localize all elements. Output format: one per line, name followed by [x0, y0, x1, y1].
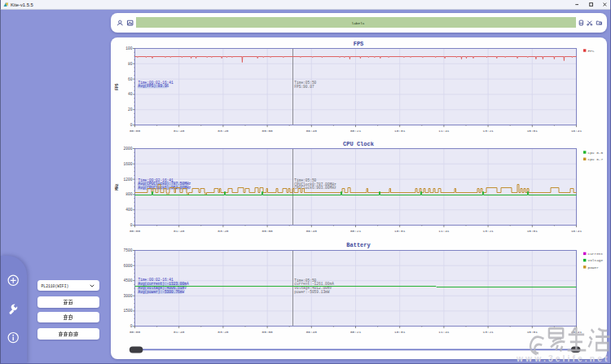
svg-text:60: 60 [128, 77, 133, 81]
svg-text:08:21: 08:21 [350, 229, 362, 233]
svg-text:power: power [588, 265, 600, 270]
svg-text:7500: 7500 [124, 248, 133, 252]
svg-text:0: 0 [130, 223, 133, 227]
svg-text:FPS: FPS [115, 83, 119, 90]
svg-text:400: 400 [125, 208, 133, 212]
svg-text:power:-5059.13mW: power:-5059.13mW [294, 290, 330, 294]
svg-text:100: 100 [125, 46, 133, 50]
svg-text:16:41: 16:41 [571, 229, 582, 233]
svg-text:FPS: FPS [354, 41, 364, 47]
svg-text:03:20: 03:20 [218, 229, 229, 233]
svg-text:current: current [588, 252, 604, 256]
svg-text:05:00: 05:00 [262, 229, 274, 233]
svg-text:Battery: Battery [346, 242, 371, 248]
svg-text:13:21: 13:21 [483, 330, 495, 334]
svg-text:13:21: 13:21 [483, 229, 495, 233]
svg-text:00:00: 00:00 [130, 229, 141, 233]
svg-text:10:01: 10:01 [394, 229, 406, 233]
svg-text:15:01: 15:01 [527, 229, 538, 233]
svg-text:00:00: 00:00 [130, 129, 141, 133]
svg-text:05:00: 05:00 [262, 330, 274, 334]
svg-text:15:01: 15:01 [527, 129, 538, 133]
svg-text:10:01: 10:01 [394, 330, 406, 334]
svg-text:www.3elife.net: www.3elife.net [516, 354, 610, 363]
svg-text:08:21: 08:21 [350, 129, 362, 133]
svg-text:10:01: 10:01 [394, 129, 406, 133]
svg-text:05:00: 05:00 [262, 129, 274, 133]
svg-text:cpu 0-5: cpu 0-5 [588, 151, 604, 155]
svg-text:cpu 6-7: cpu 6-7 [588, 157, 604, 161]
svg-text:11:41: 11:41 [438, 129, 450, 133]
svg-text:1200: 1200 [124, 178, 133, 182]
svg-text:4500: 4500 [124, 278, 133, 283]
svg-text:MHz: MHz [115, 183, 119, 191]
svg-text:03:20: 03:20 [218, 129, 229, 133]
svg-text:3000: 3000 [124, 294, 133, 298]
svg-text:CPU Clock: CPU Clock [343, 141, 374, 147]
svg-text:800: 800 [125, 192, 133, 196]
svg-text:01:40: 01:40 [174, 229, 185, 233]
svg-text:6000: 6000 [124, 264, 133, 268]
svg-text:0: 0 [130, 324, 133, 328]
svg-text:13:21: 13:21 [483, 129, 495, 133]
svg-text:Avg(FPS):89.96: Avg(FPS):89.96 [138, 84, 169, 88]
svg-text:voltage: voltage [588, 258, 604, 262]
svg-text:01:40: 01:40 [174, 129, 185, 133]
svg-text:40: 40 [128, 92, 133, 96]
svg-text:03:20: 03:20 [218, 330, 229, 334]
svg-text:Avg(CPUClock6):952.00MHz: Avg(CPUClock6):952.00MHz [138, 186, 191, 190]
svg-text:FPS:90.07: FPS:90.07 [294, 85, 314, 89]
svg-text:1500: 1500 [124, 309, 133, 313]
svg-text:06:40: 06:40 [306, 330, 318, 334]
svg-text:11:41: 11:41 [438, 330, 450, 334]
svg-text:16:41: 16:41 [571, 129, 582, 133]
svg-text:00:00: 00:00 [130, 330, 141, 334]
svg-text:11:41: 11:41 [438, 229, 450, 233]
svg-text:1600: 1600 [124, 162, 133, 166]
svg-text:FPS: FPS [588, 49, 595, 53]
svg-text:06:40: 06:40 [306, 129, 318, 133]
svg-text:2000: 2000 [124, 147, 133, 151]
svg-text:01:40: 01:40 [174, 330, 185, 334]
svg-text:0: 0 [130, 123, 133, 127]
svg-text:80: 80 [128, 62, 133, 66]
svg-text:08:21: 08:21 [350, 330, 362, 334]
svg-text:Avg(power):-5300.76mW: Avg(power):-5300.76mW [138, 290, 185, 294]
svg-text:06:40: 06:40 [306, 229, 318, 233]
svg-text:20: 20 [128, 107, 133, 112]
